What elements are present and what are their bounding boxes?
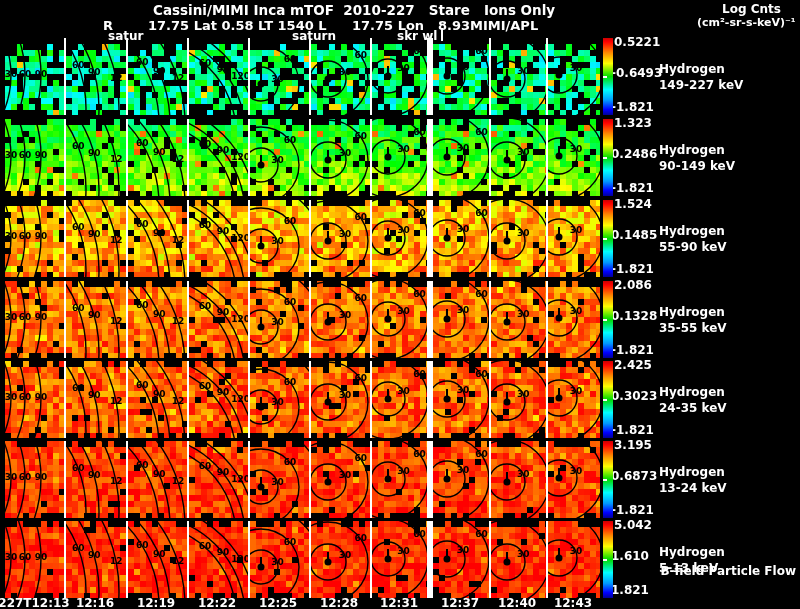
channel-energy-label: 149-227 keV xyxy=(659,78,743,92)
colorbar-units-title: Log Cnts xyxy=(722,3,781,16)
colorbar-mid-tick xyxy=(603,76,607,78)
colorbar xyxy=(603,119,613,196)
channel-species-label: Hydrogen xyxy=(659,305,725,319)
colorbar-max-value: 0.5221 xyxy=(614,35,660,49)
channel-species-label: Hydrogen xyxy=(659,385,725,399)
time-tick-label: 12:31 xyxy=(380,596,418,609)
channel-species-label: Hydrogen xyxy=(659,545,725,559)
colorbar-min-value: -1.821 xyxy=(611,423,654,437)
colorbar-mid-tick xyxy=(603,157,607,159)
channel-species-label: Hydrogen xyxy=(659,62,725,76)
colorbar-mid-value: -0.6493 xyxy=(611,66,662,80)
colorbar xyxy=(603,281,613,358)
colorbar xyxy=(603,521,613,598)
time-tick-label: 12:43 xyxy=(554,596,592,609)
channel-energy-label: 90-149 keV xyxy=(659,159,735,173)
colorbar-mid-tick xyxy=(603,319,607,321)
colorbar-mid-tick xyxy=(603,399,607,401)
time-tick-label: 12:16 xyxy=(76,596,114,609)
time-tick-label: 227T12:13 xyxy=(0,596,70,609)
colorbar xyxy=(603,200,613,277)
colorbar-units-formula: (cm²-sr-s-keV)⁻¹ xyxy=(697,17,796,29)
colorbar-mid-tick xyxy=(603,479,607,481)
channel-energy-label: 24-35 keV xyxy=(659,401,727,415)
time-tick-label: 12:37 xyxy=(441,596,479,609)
time-tick-label: 12:19 xyxy=(137,596,175,609)
colorbar-mid-value: 1.610 xyxy=(611,549,649,563)
event-marker-saturn: saturn xyxy=(292,29,336,43)
time-tick-label: 12:25 xyxy=(259,596,297,609)
colorbar-mid-value: 0.1485 xyxy=(611,228,657,242)
colorbar-max-value: 3.195 xyxy=(614,438,652,452)
colorbar-max-value: 2.086 xyxy=(614,278,652,292)
channel-energy-label: 55-90 keV xyxy=(659,240,727,254)
time-tick-label: 12:28 xyxy=(320,596,358,609)
colorbar-max-value: 5.042 xyxy=(614,518,652,532)
channel-species-label: Hydrogen xyxy=(659,465,725,479)
time-tick-label: 12:22 xyxy=(198,596,236,609)
colorbar-min-value: 1.821 xyxy=(611,583,649,597)
event-marker-tick xyxy=(441,28,443,41)
cassini-mimi-plot: { "title": "Cassini/MIMI Inca mTOF 2010-… xyxy=(0,0,800,609)
header-segment-4: MIMI/APL xyxy=(470,18,538,33)
time-tick-label: 12:40 xyxy=(498,596,536,609)
channel-energy-label: 35-55 keV xyxy=(659,321,727,335)
colorbar-min-value: -1.821 xyxy=(611,100,654,114)
bfield-flow-label: B-field Particle Flow xyxy=(660,565,796,578)
channel-species-label: Hydrogen xyxy=(659,143,725,157)
colorbar xyxy=(603,441,613,518)
colorbar-max-value: 2.425 xyxy=(614,358,652,372)
colorbar xyxy=(603,361,613,438)
colorbar-mid-value: 0.1328 xyxy=(611,309,657,323)
colorbar-max-value: 1.323 xyxy=(614,116,652,130)
colorbar-min-value: -1.821 xyxy=(611,343,654,357)
colorbar-min-value: -1.821 xyxy=(611,262,654,276)
colorbar-min-value: -1.821 xyxy=(611,503,654,517)
event-marker-satur: satur xyxy=(108,29,143,43)
colorbar-max-value: 1.524 xyxy=(614,197,652,211)
plot-title: Cassini/MIMI Inca mTOF 2010-227 Stare Io… xyxy=(153,3,555,17)
event-marker-skr-wl: skr wl xyxy=(397,29,437,43)
colorbar-mid-tick xyxy=(603,238,607,240)
channel-energy-label: 13-24 keV xyxy=(659,481,727,495)
colorbar xyxy=(603,38,613,115)
colorbar-mid-tick xyxy=(603,559,607,561)
channel-species-label: Hydrogen xyxy=(659,224,725,238)
colorbar-mid-value: 0.2486 xyxy=(611,147,657,161)
colorbar-mid-value: 0.6873 xyxy=(611,469,657,483)
colorbar-min-value: -1.821 xyxy=(611,181,654,195)
colorbar-mid-value: 0.3023 xyxy=(611,389,657,403)
